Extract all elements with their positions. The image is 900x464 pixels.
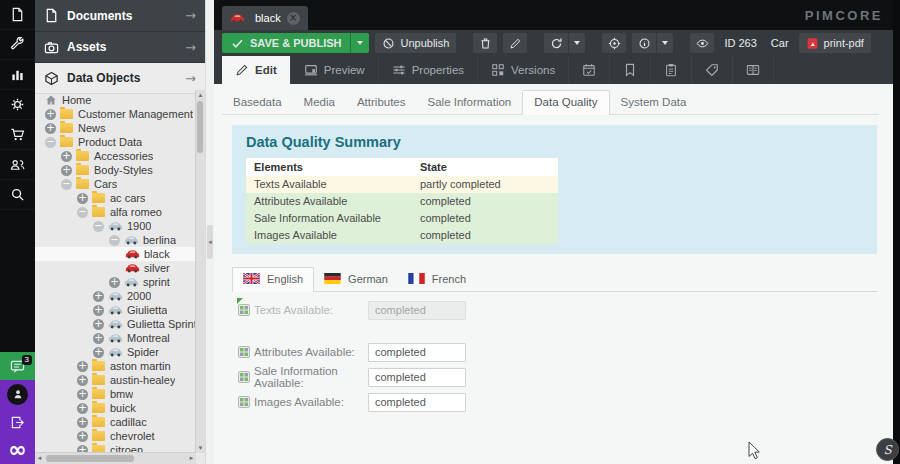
collapse-panel-handle[interactable]: ◂ xyxy=(207,225,213,259)
scrollbar-thumb[interactable] xyxy=(46,455,134,462)
expand-icon[interactable]: + xyxy=(61,151,72,162)
tab-versions[interactable]: Versions xyxy=(478,56,569,84)
tree-item-body-styles[interactable]: +Body-Styles xyxy=(35,163,196,177)
tree-item-bmw[interactable]: +bmw xyxy=(35,387,196,401)
tree-item-cars[interactable]: −Cars xyxy=(35,177,196,191)
rail-users-button[interactable] xyxy=(0,150,35,180)
subtab-basedata[interactable]: Basedata xyxy=(222,91,293,114)
rail-settings-button[interactable] xyxy=(0,90,35,120)
tree-item-buick[interactable]: +buick xyxy=(35,401,196,415)
tree-item-2000[interactable]: +2000 xyxy=(35,289,196,303)
scroll-down-icon[interactable]: ▼ xyxy=(196,443,205,453)
browser-extension-badge[interactable]: S xyxy=(876,438,899,461)
collapse-icon[interactable]: − xyxy=(109,235,120,246)
tree-item-black[interactable]: black xyxy=(35,247,196,261)
expand-icon[interactable]: + xyxy=(93,347,104,358)
tab-scheduler[interactable] xyxy=(569,56,610,84)
rail-search-button[interactable] xyxy=(0,180,35,210)
rail-tools-button[interactable] xyxy=(0,30,35,60)
expand-icon[interactable]: + xyxy=(109,277,120,288)
tree-item-product-data[interactable]: −Product Data xyxy=(35,135,196,149)
expand-icon[interactable]: + xyxy=(93,319,104,330)
tree-item-news[interactable]: +News xyxy=(35,121,196,135)
tree-item-cadillac[interactable]: +cadillac xyxy=(35,415,196,429)
expand-icon[interactable]: + xyxy=(93,291,104,302)
scroll-left-icon[interactable]: ◄ xyxy=(35,453,44,463)
accordion-assets[interactable]: Assets → xyxy=(35,32,205,63)
reload-button[interactable] xyxy=(544,33,568,53)
delete-button[interactable] xyxy=(473,33,497,53)
collapse-icon[interactable]: − xyxy=(93,221,104,232)
tree-item-1900[interactable]: −1900 xyxy=(35,219,196,233)
tree-item-chevrolet[interactable]: +chevrolet xyxy=(35,429,196,443)
save-options-caret[interactable] xyxy=(350,33,369,53)
language-tab-german[interactable]: German xyxy=(314,268,398,291)
tab-bookmark[interactable] xyxy=(610,56,651,84)
tree-item-berlina[interactable]: −berlina xyxy=(35,233,196,247)
images-available-input[interactable] xyxy=(368,393,466,412)
expand-icon[interactable]: + xyxy=(77,361,88,372)
reload-options-caret[interactable] xyxy=(569,33,585,53)
attributes-available-input[interactable] xyxy=(368,343,466,362)
tree-item-home[interactable]: Home xyxy=(35,93,196,107)
close-icon[interactable]: × xyxy=(287,12,300,25)
rail-notifications-button[interactable]: 3 xyxy=(0,352,35,380)
tree-item-aston-martin[interactable]: +aston martin xyxy=(35,359,196,373)
locate-in-tree-button[interactable] xyxy=(602,33,626,53)
tree-item-sprint[interactable]: +sprint xyxy=(35,275,196,289)
expand-icon[interactable]: + xyxy=(45,109,56,120)
collapse-icon[interactable]: − xyxy=(77,207,88,218)
tab-preview[interactable]: Preview xyxy=(291,56,379,84)
panel-splitter[interactable]: ◂ xyxy=(205,0,214,464)
tree-item-montreal[interactable]: +Montreal xyxy=(35,331,196,345)
unpublish-button[interactable]: Unpublish xyxy=(375,33,456,53)
tree-vertical-scrollbar[interactable]: ▲ ▼ xyxy=(195,90,205,453)
tree-item-customer-management[interactable]: +Customer Management xyxy=(35,107,196,121)
rail-pimcore-logo-button[interactable]: ∞ xyxy=(0,436,35,464)
tree-item-gulietta-sprint-specia[interactable]: +Gulietta Sprint Specia xyxy=(35,317,196,331)
tree-item-silver[interactable]: silver xyxy=(35,261,196,275)
expand-icon[interactable]: + xyxy=(77,431,88,442)
accordion-documents[interactable]: Documents → xyxy=(35,0,205,32)
tree-item-austin-healey[interactable]: +austin-healey xyxy=(35,373,196,387)
subtab-media[interactable]: Media xyxy=(293,91,346,114)
language-tab-french[interactable]: French xyxy=(398,268,476,291)
expand-icon[interactable]: + xyxy=(77,375,88,386)
info-options-caret[interactable] xyxy=(657,33,673,53)
sale-information-available-input[interactable] xyxy=(368,368,466,387)
subtab-data-quality[interactable]: Data Quality xyxy=(522,90,609,115)
tab-edit[interactable]: Edit xyxy=(222,56,291,84)
expand-icon[interactable]: + xyxy=(77,389,88,400)
expand-icon[interactable]: + xyxy=(77,417,88,428)
tab-layout[interactable] xyxy=(733,56,774,84)
expand-icon[interactable]: + xyxy=(77,193,88,204)
scroll-right-icon[interactable]: ► xyxy=(187,453,196,463)
tree-item-ac-cars[interactable]: +ac cars xyxy=(35,191,196,205)
tree-item-spider[interactable]: +Spider xyxy=(35,345,196,359)
object-tab-black[interactable]: black × xyxy=(222,6,308,30)
show-metainfo-button[interactable] xyxy=(690,33,714,53)
expand-icon[interactable]: + xyxy=(61,165,72,176)
collapse-icon[interactable]: − xyxy=(61,179,72,190)
info-button[interactable] xyxy=(632,33,656,53)
rail-documents-button[interactable] xyxy=(0,0,35,30)
tree-item-accessories[interactable]: +Accessories xyxy=(35,149,196,163)
subtab-sale-information[interactable]: Sale Information xyxy=(417,91,523,114)
subtab-attributes[interactable]: Attributes xyxy=(346,91,417,114)
print-pdf-button[interactable]: print-pdf xyxy=(799,33,871,53)
scroll-up-icon[interactable]: ▲ xyxy=(196,90,205,100)
expand-icon[interactable]: + xyxy=(93,305,104,316)
expand-icon[interactable]: + xyxy=(77,403,88,414)
collapse-icon[interactable]: − xyxy=(45,137,56,148)
expand-icon[interactable]: + xyxy=(93,333,104,344)
rail-ecommerce-button[interactable] xyxy=(0,120,35,150)
rail-profile-button[interactable] xyxy=(0,380,35,408)
rail-logout-button[interactable] xyxy=(0,408,35,436)
expand-icon[interactable]: + xyxy=(45,123,56,134)
tab-tags[interactable] xyxy=(692,56,733,84)
language-tab-english[interactable]: English xyxy=(232,267,314,292)
save-and-publish-button[interactable]: SAVE & PUBLISH xyxy=(222,33,369,53)
subtab-system-data[interactable]: System Data xyxy=(610,91,698,114)
tab-notes[interactable] xyxy=(651,56,692,84)
tree-horizontal-scrollbar[interactable]: ◄ ► xyxy=(35,452,196,464)
